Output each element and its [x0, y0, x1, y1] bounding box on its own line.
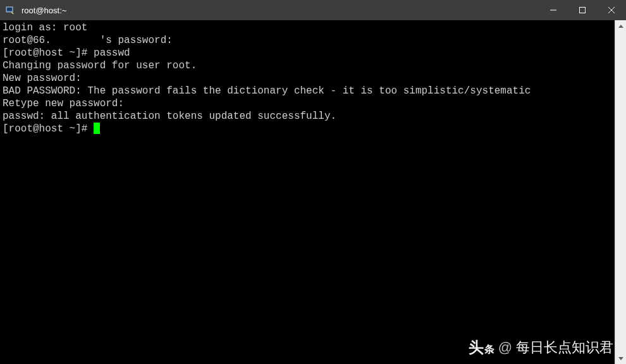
vertical-scrollbar[interactable] [615, 20, 626, 364]
maximize-button[interactable] [568, 0, 597, 20]
terminal-line: Changing password for user root. [3, 59, 612, 72]
minimize-button[interactable] [539, 0, 568, 20]
terminal-prompt-line: [root@host ~]# [3, 123, 612, 135]
watermark-at: @ [498, 339, 512, 356]
watermark-author: 每日长点知识君 [516, 338, 613, 357]
terminal-area: login as: rootroot@66. 's password:[root… [0, 20, 626, 364]
terminal-line: [root@host ~]# passwd [3, 47, 612, 59]
svg-rect-3 [580, 8, 586, 13]
close-button[interactable] [597, 0, 626, 20]
terminal-line: New password: [3, 72, 612, 85]
terminal-line: Retype new password: [3, 97, 612, 110]
watermark-logo-small: 条 [484, 343, 494, 356]
terminal-line: BAD PASSWORD: The password fails the dic… [3, 85, 612, 97]
terminal-line: passwd: all authentication tokens update… [3, 110, 612, 123]
cursor-icon [94, 123, 100, 134]
terminal-output[interactable]: login as: rootroot@66. 's password:[root… [0, 20, 615, 364]
terminal-prompt: [root@host ~]# [3, 123, 94, 135]
window-titlebar[interactable]: root@host:~ [0, 0, 626, 20]
window-controls [539, 0, 626, 20]
window-title: root@host:~ [20, 6, 539, 15]
svg-rect-1 [7, 8, 12, 11]
putty-icon [5, 5, 15, 15]
watermark-logo-main: 头 [469, 337, 484, 358]
terminal-line: login as: root [3, 21, 612, 34]
watermark: 头条 @ 每日长点知识君 [469, 337, 613, 358]
scroll-up-icon[interactable] [615, 20, 626, 32]
watermark-logo: 头条 [469, 337, 494, 358]
scroll-down-icon[interactable] [615, 353, 626, 364]
terminal-line: root@66. 's password: [3, 34, 612, 47]
